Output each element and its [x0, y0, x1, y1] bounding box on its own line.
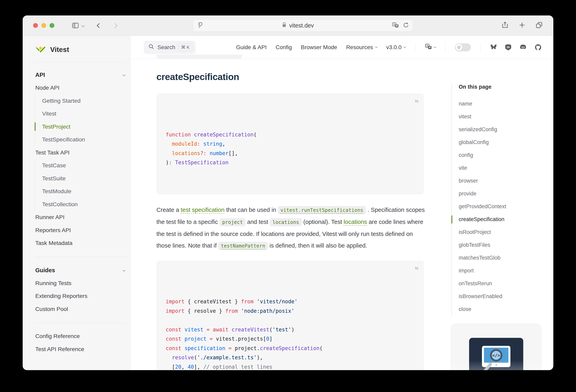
- sidebar-item-getting-started[interactable]: Getting Started: [42, 94, 127, 107]
- toc-item-isbrowserenabled[interactable]: isBrowserEnabled: [459, 290, 539, 303]
- minimize-window-button[interactable]: [41, 23, 46, 28]
- text-segment: and test: [245, 218, 270, 225]
- toc-item-matchestestglob[interactable]: matchesTestGlob: [459, 251, 539, 264]
- translate-icon[interactable]: A: [392, 22, 399, 29]
- svg-text:A: A: [426, 44, 428, 47]
- toc-item-ontestsrerun[interactable]: onTestsRerun: [459, 277, 539, 290]
- toc-item-createspecification[interactable]: createSpecification: [459, 213, 539, 226]
- toc-item-getprovidedcontext[interactable]: getProvidedContext: [459, 200, 539, 213]
- tabs-icon[interactable]: [535, 21, 543, 30]
- nav-link-config[interactable]: Config: [276, 44, 292, 51]
- theme-toggle[interactable]: [455, 43, 471, 51]
- code-line: ): TestSpecification: [166, 158, 415, 167]
- language-icon: A: [425, 43, 432, 51]
- sidebar-item-node-api[interactable]: Node API: [35, 81, 127, 94]
- github-icon[interactable]: [534, 44, 542, 51]
- sidebar-item-testsuite[interactable]: TestSuite: [42, 172, 127, 185]
- sponsor-card[interactable]: </>: [450, 323, 542, 370]
- sidebar: Vitest APINode APIGetting StartedVitestT…: [23, 36, 131, 370]
- toc-item-globtestfiles[interactable]: globTestFiles: [459, 239, 539, 251]
- nav-link-browser-mode[interactable]: Browser Mode: [301, 44, 337, 51]
- toc-item-globalconfig[interactable]: globalConfig: [459, 136, 539, 149]
- social-links: m: [490, 44, 542, 51]
- desktop: { "browser": { "url": "vitest.dev" }, "i…: [0, 0, 576, 392]
- code-line: const specification = project.createSpec…: [166, 344, 415, 353]
- sidebar-item-testcollection[interactable]: TestCollection: [42, 198, 127, 211]
- language-menu[interactable]: A: [425, 43, 436, 51]
- sidebar-item-testmodule[interactable]: TestModule: [42, 185, 127, 198]
- bluesky-icon[interactable]: [490, 44, 497, 51]
- sidebar-group-api[interactable]: API: [35, 68, 127, 81]
- toc-item-serializedconfig[interactable]: serializedConfig: [459, 123, 539, 136]
- share-icon[interactable]: [501, 21, 509, 30]
- inline-link[interactable]: vitest.runTestSpecifications: [278, 206, 366, 214]
- url-text[interactable]: vitest.dev: [289, 22, 314, 29]
- sidebar-item-testcase[interactable]: TestCase: [42, 159, 127, 172]
- toc-list: namevitestserializedConfigglobalConfigco…: [459, 97, 539, 316]
- sidebar-item-task-metadata[interactable]: Task Metadata: [35, 237, 127, 250]
- forward-icon[interactable]: [113, 24, 117, 27]
- new-tab-icon[interactable]: [518, 22, 526, 30]
- sidebar-item-extending-reporters[interactable]: Extending Reporters: [35, 290, 127, 302]
- sidebar-item-testproject[interactable]: TestProject: [42, 120, 127, 133]
- reload-icon[interactable]: [403, 22, 409, 29]
- code-lang-badge: ts: [415, 96, 418, 106]
- sidebar-item-testspecification[interactable]: TestSpecification: [42, 133, 127, 146]
- sidebar-chevron-icon[interactable]: [82, 25, 84, 27]
- nav-link-resources[interactable]: Resources: [346, 44, 377, 51]
- sidebar-divider: [35, 323, 127, 323]
- sidebar-item-test-task-api[interactable]: Test Task API: [35, 146, 127, 159]
- nav-link-guide-api[interactable]: Guide & API: [236, 44, 267, 51]
- toc-title: On this page: [459, 84, 539, 90]
- traffic-lights: [33, 23, 54, 28]
- app-body: Vitest APINode APIGetting StartedVitestT…: [23, 36, 553, 370]
- address-bar[interactable]: vitest.dev A: [193, 19, 413, 32]
- toc-item-import[interactable]: import: [459, 264, 539, 277]
- sidebar-item-custom-pool[interactable]: Custom Pool: [35, 302, 127, 316]
- browser-chrome: vitest.dev A: [23, 15, 553, 36]
- sidebar-item-runner-api[interactable]: Runner API: [35, 211, 127, 224]
- toc-item-browser[interactable]: browser: [459, 174, 539, 187]
- nav-divider: [415, 43, 415, 52]
- toc-item-vitest[interactable]: vitest: [459, 110, 539, 123]
- sidebar-toggle-icon[interactable]: [72, 22, 79, 29]
- toc-item-isrootproject[interactable]: isRootProject: [459, 226, 539, 239]
- zoom-window-button[interactable]: [50, 23, 54, 28]
- toc-item-name[interactable]: name: [459, 97, 539, 110]
- toc-item-config[interactable]: config: [459, 149, 539, 161]
- sidebar-item-reporters-api[interactable]: Reporters API: [35, 224, 127, 237]
- inline-link[interactable]: testNamePattern: [218, 242, 268, 250]
- search-shortcut: ⌘ K: [178, 44, 192, 51]
- sidebar-item-test-api-reference[interactable]: Test API Reference: [35, 343, 127, 356]
- search-button[interactable]: Search ⌘ K: [144, 41, 196, 54]
- close-window-button[interactable]: [33, 23, 38, 28]
- toc-item-provide[interactable]: provide: [459, 187, 539, 200]
- code-line: const project = vitest.projects[0]: [166, 334, 415, 344]
- text-segment: is defined, then it will also be applied…: [268, 242, 367, 249]
- reader-icon[interactable]: [197, 22, 204, 29]
- sidebar-group-guides[interactable]: Guides: [35, 264, 127, 277]
- inline-link[interactable]: test specification: [181, 207, 224, 213]
- svg-text:m: m: [507, 45, 510, 49]
- search-icon: [148, 44, 154, 51]
- nav-link-v3-0-0[interactable]: v3.0.0: [386, 44, 406, 51]
- previous-code-block-clipped: [156, 55, 242, 59]
- toc-item-close[interactable]: close: [459, 303, 539, 316]
- vitest-logo-icon: [35, 44, 46, 55]
- code-lang-badge: ts: [415, 263, 418, 273]
- search-label: Search: [157, 44, 175, 51]
- svg-text:A: A: [393, 23, 395, 26]
- toc-item-vite[interactable]: vite: [459, 161, 539, 174]
- sidebar-item-vitest[interactable]: Vitest: [42, 107, 127, 120]
- brand[interactable]: Vitest: [35, 41, 127, 58]
- back-icon[interactable]: [97, 24, 101, 27]
- code-line: locations?: number[],: [166, 149, 415, 158]
- mastodon-icon[interactable]: m: [505, 44, 512, 51]
- discord-icon[interactable]: [519, 44, 527, 51]
- code-block-signature: ts function createSpecification( moduleI…: [156, 93, 424, 194]
- inline-link[interactable]: locations: [344, 218, 367, 225]
- code-body: function createSpecification( moduleId: …: [166, 130, 415, 167]
- chevron-down-icon: [375, 46, 378, 48]
- sidebar-item-running-tests[interactable]: Running Tests: [35, 277, 127, 290]
- sidebar-item-config-reference[interactable]: Config Reference: [35, 330, 127, 343]
